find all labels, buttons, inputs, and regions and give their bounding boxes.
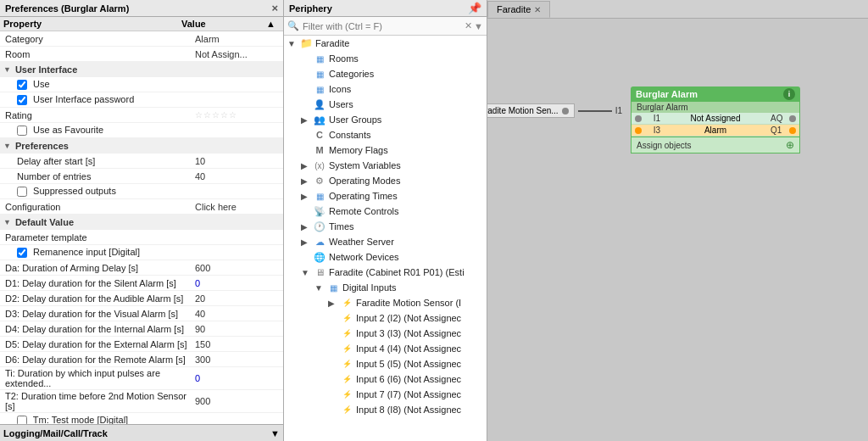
prop-row[interactable]: Category Alarm: [0, 31, 283, 47]
tree-item[interactable]: 👤 Users: [284, 97, 487, 112]
prop-checkbox[interactable]: [17, 187, 27, 197]
node-info-icon[interactable]: i: [783, 88, 795, 100]
prop-row[interactable]: Remanence input [Digital]: [0, 245, 283, 260]
grid-icon: ▦: [316, 54, 324, 64]
tree-item[interactable]: ▶ 👥 User Groups: [284, 112, 487, 127]
tree-item[interactable]: ⚡ Input 5 (I5) (Not Assignec: [284, 356, 487, 371]
tree-item[interactable]: 🌐 Network Devices: [284, 249, 487, 265]
node-assign[interactable]: Assign objects ⊕: [632, 137, 799, 153]
prop-checkbox[interactable]: [17, 416, 27, 424]
prop-value: 600: [195, 263, 280, 273]
tree-item[interactable]: ▼ 📁 Faradite: [284, 36, 487, 51]
tree-expand-icon[interactable]: ▶: [301, 115, 313, 125]
tree-item[interactable]: ▶ (x) System Variables: [284, 158, 487, 173]
prop-row[interactable]: Room Not Assign...: [0, 47, 283, 62]
tree-expand-icon[interactable]: ▶: [301, 222, 313, 232]
tree-item[interactable]: ▼ 🖥 Faradite (Cabinet R01 P01) (Esti: [284, 265, 487, 280]
prop-row[interactable]: T2: Duration time before 2nd Motion Sens…: [0, 390, 283, 413]
prop-checkbox[interactable]: [17, 95, 27, 105]
prop-name: Da: Duration of Arming Delay [s]: [3, 263, 195, 273]
periphery-pin-icon[interactable]: 📌: [468, 2, 481, 14]
tree-item-label: Input 3 (I3) (Not Assignec: [356, 328, 461, 338]
tree-item[interactable]: ▶ ⚙ Operating Modes: [284, 173, 487, 188]
tree-expand-icon[interactable]: ▼: [287, 39, 299, 48]
prop-row[interactable]: Parameter template: [0, 230, 283, 245]
tree-item[interactable]: ▼ ▦ Digital Inputs: [284, 280, 487, 295]
prop-row[interactable]: D3: Delay duration for the Visual Alarm …: [0, 306, 283, 321]
prop-row[interactable]: Configuration Click here: [0, 199, 283, 215]
prop-row[interactable]: Delay after start [s] 10: [0, 154, 283, 169]
prop-checkbox[interactable]: [17, 248, 27, 258]
prop-row[interactable]: Suppressed outputs: [0, 184, 283, 199]
tree-expand-icon[interactable]: ▶: [301, 161, 313, 170]
prop-row[interactable]: Ti: Duration by which input pulses are e…: [0, 367, 283, 390]
prop-row: ▼ User Interface: [0, 62, 283, 77]
prop-name: Tm: Test mode [Digital]: [3, 415, 195, 424]
prop-row[interactable]: D6: Delay duration for the Remote Alarm …: [0, 352, 283, 367]
tree-item-label: Icons: [329, 84, 351, 94]
tree-item[interactable]: ▶ 🕐 Times: [284, 219, 487, 234]
prop-row[interactable]: Number of entries 40: [0, 169, 283, 184]
tree-item[interactable]: ▶ ▦ Operating Times: [284, 188, 487, 204]
tree-item-icon: 👥: [313, 114, 326, 126]
search-input[interactable]: [303, 21, 463, 31]
search-dropdown-icon[interactable]: ▼: [474, 21, 483, 31]
tree-item[interactable]: ▦ Categories: [284, 66, 487, 81]
group-expand-icon[interactable]: ▼: [3, 142, 11, 150]
search-clear-icon[interactable]: ✕: [465, 20, 472, 31]
prop-row[interactable]: Da: Duration of Arming Delay [s] 600: [0, 260, 283, 276]
tree-expand-icon[interactable]: ▼: [314, 283, 326, 293]
bottom-bar[interactable]: Logging/Mail/Call/Track ▼: [0, 424, 283, 441]
tree-item-icon: ⚡: [340, 312, 353, 324]
prop-name: D2: Delay duration for the Audible Alarm…: [3, 293, 195, 304]
tree-expand-icon[interactable]: ▶: [301, 237, 313, 247]
tree-item[interactable]: ▶ ⚡ Faradite Motion Sensor (I: [284, 295, 487, 310]
prop-row[interactable]: Use: [0, 77, 283, 92]
tree-item[interactable]: ▶ ☁ Weather Server: [284, 234, 487, 249]
port-label-right: AQ: [771, 114, 787, 123]
tree-expand-icon[interactable]: ▶: [328, 299, 340, 308]
prop-row[interactable]: Rating ☆☆☆☆☆: [0, 108, 283, 123]
tree-item[interactable]: ⚡ Input 2 (I2) (Not Assignec: [284, 310, 487, 326]
tree-item[interactable]: ⚡ Input 6 (I6) (Not Assignec: [284, 371, 487, 387]
prop-row[interactable]: User Interface password: [0, 92, 283, 108]
prop-row[interactable]: D1: Delay duration for the Silent Alarm …: [0, 276, 283, 291]
prop-row[interactable]: Use as Favourite: [0, 123, 283, 138]
tree-expand-icon[interactable]: ▶: [301, 176, 313, 186]
port-label-left: I1: [643, 114, 660, 123]
tree-item[interactable]: ⚡ Input 4 (I4) (Not Assignec: [284, 341, 487, 356]
prop-row[interactable]: D5: Delay duration for the External Alar…: [0, 337, 283, 352]
node-ports: I1 Not Assigned AQ I3 Alarm Q1: [632, 113, 799, 137]
tree-item[interactable]: ▦ Rooms: [284, 51, 487, 66]
prop-checkbox[interactable]: [17, 80, 27, 90]
tree-item-label: Faradite Motion Sensor (I: [356, 298, 461, 308]
tree-item[interactable]: M Memory Flags: [284, 142, 487, 158]
prop-row: ▼ Default Value: [0, 215, 283, 230]
tree-item[interactable]: ⚡ Input 3 (I3) (Not Assignec: [284, 326, 487, 341]
cabinet-icon: 🖥: [315, 267, 325, 277]
group-expand-icon[interactable]: ▼: [3, 218, 11, 226]
search-bar: 🔍 ✕ ▼: [284, 17, 487, 36]
tree-item-icon: 👤: [313, 98, 326, 110]
tab-close-icon[interactable]: ✕: [534, 5, 541, 14]
node-sub-title: Burglar Alarm: [632, 102, 799, 113]
group-expand-icon[interactable]: ▼: [3, 65, 11, 74]
preferences-close-icon[interactable]: ×: [271, 2, 278, 14]
tree-expand-icon[interactable]: ▶: [301, 192, 313, 201]
port-dot-left: [635, 115, 642, 122]
prop-row[interactable]: Tm: Test mode [Digital]: [0, 413, 283, 424]
sensor-connector: Faradite Motion Sen... I1: [487, 103, 622, 118]
tree-item[interactable]: ▦ Icons: [284, 81, 487, 97]
stars-value[interactable]: ☆☆☆☆☆: [195, 110, 280, 120]
tree-item-icon: 🖥: [313, 266, 326, 278]
tree-item[interactable]: 📡 Remote Controls: [284, 204, 487, 219]
tree-item[interactable]: ⚡ Input 7 (I7) (Not Assignec: [284, 387, 487, 402]
prop-checkbox[interactable]: [17, 126, 27, 136]
tree-item[interactable]: ⚡ Input 8 (I8) (Not Assignec: [284, 402, 487, 417]
faradite-tab[interactable]: Faradite ✕: [487, 1, 550, 18]
tree-expand-icon[interactable]: ▼: [301, 268, 313, 277]
prop-row[interactable]: D2: Delay duration for the Audible Alarm…: [0, 291, 283, 306]
prop-name: Use as Favourite: [3, 125, 195, 136]
prop-row[interactable]: D4: Delay duration for the Internal Alar…: [0, 321, 283, 337]
tree-item[interactable]: C Constants: [284, 127, 487, 142]
